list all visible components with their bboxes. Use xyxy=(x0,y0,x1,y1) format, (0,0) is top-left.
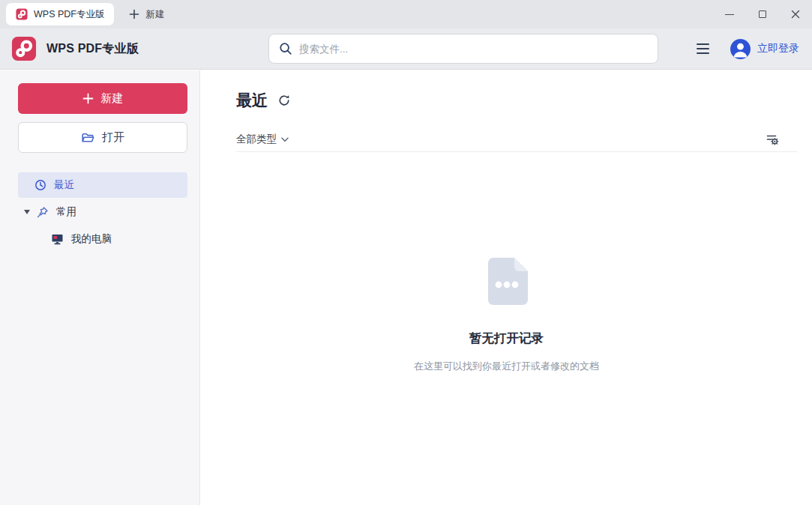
app-tab[interactable]: WPS PDF专业版 xyxy=(6,3,114,25)
main-content: 最近 全部类型 xyxy=(201,70,812,505)
header-right: 立即登录 xyxy=(697,28,799,69)
close-button[interactable] xyxy=(779,0,812,28)
sidebar: 新建 打开 最近 常用 xyxy=(0,70,200,505)
filter-row: 全部类型 xyxy=(236,127,797,152)
app-title: WPS PDF专业版 xyxy=(46,41,139,57)
open-file-button[interactable]: 打开 xyxy=(18,122,187,153)
maximize-button[interactable] xyxy=(746,0,779,28)
clock-icon xyxy=(34,179,46,191)
tab-title: WPS PDF专业版 xyxy=(34,8,104,21)
main-menu-button[interactable] xyxy=(697,43,709,54)
main-head: 最近 xyxy=(236,90,291,111)
sidebar-item-label: 最近 xyxy=(54,178,74,192)
avatar-icon xyxy=(730,39,751,59)
sidebar-item-my-computer[interactable]: 我的电脑 xyxy=(18,226,187,252)
brand: WPS PDF专业版 xyxy=(11,28,139,69)
empty-state-title: 暂无打开记录 xyxy=(469,330,544,347)
computer-icon xyxy=(51,233,64,245)
empty-state: 暂无打开记录 在这里可以找到你最近打开或者修改的文档 xyxy=(201,256,812,373)
file-type-filter[interactable]: 全部类型 xyxy=(236,133,277,146)
search-box[interactable] xyxy=(268,34,658,64)
pushpin-icon xyxy=(36,206,49,219)
sidebar-item-recent[interactable]: 最近 xyxy=(18,172,187,198)
close-icon xyxy=(791,10,800,19)
minimize-button[interactable] xyxy=(713,0,746,28)
login-label: 立即登录 xyxy=(757,42,799,55)
login-button[interactable]: 立即登录 xyxy=(730,39,799,59)
window-controls xyxy=(713,0,812,28)
refresh-icon xyxy=(277,94,291,107)
wps-pdf-logo-icon xyxy=(16,8,28,20)
folder-open-icon xyxy=(81,132,94,144)
plus-icon xyxy=(82,93,94,104)
plus-icon xyxy=(129,9,139,19)
collapse-arrow-icon[interactable] xyxy=(24,210,30,214)
search-icon xyxy=(279,42,292,55)
new-tab-button[interactable]: 新建 xyxy=(129,8,164,21)
sidebar-item-label: 常用 xyxy=(56,205,76,219)
refresh-button[interactable] xyxy=(277,94,291,107)
empty-state-subtitle: 在这里可以找到你最近打开或者修改的文档 xyxy=(414,360,599,373)
minimize-icon xyxy=(725,14,734,15)
page-title: 最近 xyxy=(236,90,268,111)
sidebar-item-label: 我的电脑 xyxy=(71,232,112,246)
hamburger-icon xyxy=(697,43,709,45)
wps-pdf-logo-icon xyxy=(11,36,37,61)
open-button-label: 打开 xyxy=(102,130,124,145)
titlebar: WPS PDF专业版 新建 xyxy=(0,0,812,28)
maximize-icon xyxy=(759,10,766,18)
empty-document-icon xyxy=(483,256,531,306)
list-gear-icon xyxy=(766,133,779,146)
sidebar-item-frequent[interactable]: 常用 xyxy=(18,199,187,225)
app-header: WPS PDF专业版 立即登录 xyxy=(0,28,812,70)
sidebar-nav: 最近 常用 我的电脑 xyxy=(0,172,199,252)
chevron-down-icon[interactable] xyxy=(281,137,289,142)
search-input[interactable] xyxy=(299,34,658,63)
new-button-label: 新建 xyxy=(101,91,124,106)
new-tab-label: 新建 xyxy=(145,8,164,21)
new-document-button[interactable]: 新建 xyxy=(18,83,187,114)
list-settings-button[interactable] xyxy=(766,133,779,146)
